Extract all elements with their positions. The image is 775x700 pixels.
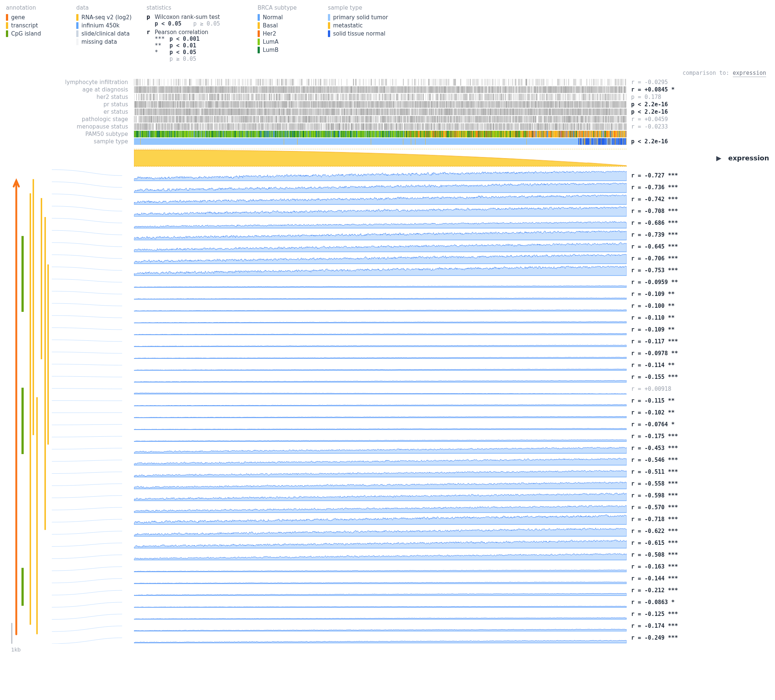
- legend-item: RNA-seq v2 (log2): [76, 13, 132, 22]
- stat-p-label: Wilcoxon rank-sum test: [155, 14, 220, 20]
- row-stat: r = -0.0295: [629, 78, 714, 86]
- row-track: [134, 359, 627, 371]
- connector-line: [52, 484, 122, 485]
- row-track: [134, 537, 627, 549]
- row-track: [134, 513, 627, 525]
- legend-label: infinium 450k: [81, 22, 120, 29]
- legend-label: slide/clinical data: [81, 30, 130, 37]
- row-track: [134, 502, 627, 513]
- row-track: [134, 549, 627, 561]
- row-stat: r = -0.645 ***: [629, 241, 714, 253]
- row-stat: r = -0.739 ***: [629, 229, 714, 241]
- row-stat: r = -0.109 **: [629, 324, 714, 335]
- legend-data: data RNA-seq v2 (log2)infinium 450kslide…: [76, 5, 132, 62]
- row-track: [134, 93, 627, 101]
- row-stat: r = -0.511 ***: [629, 466, 714, 478]
- row-stat: r = -0.546 ***: [629, 454, 714, 466]
- legend-label: primary solid tumor: [333, 14, 388, 21]
- row-track: [134, 253, 627, 265]
- legend-title: statistics: [146, 5, 243, 11]
- cpg-island: [22, 568, 24, 605]
- legend-swatch: [76, 30, 78, 37]
- legend-item: missing data: [76, 38, 132, 46]
- connector-line: [52, 315, 122, 318]
- connector-line: [52, 519, 122, 522]
- row-stat: p = 0.178: [629, 93, 714, 101]
- legend-swatch: [258, 22, 260, 29]
- row-stat: r = -0.0959 **: [629, 276, 714, 288]
- row-track: [134, 383, 627, 395]
- row-stat: r = -0.570 ***: [629, 502, 714, 513]
- connector-line: [52, 543, 122, 546]
- cpg-island: [22, 388, 24, 454]
- row-stat: r = -0.708 ***: [629, 205, 714, 217]
- row-stat: p < 2.2e-16: [629, 108, 714, 115]
- row-track: [134, 395, 627, 407]
- connector-line: [52, 531, 122, 535]
- row-stat: r = -0.0863 *: [629, 596, 714, 608]
- row-track: [134, 130, 627, 138]
- row-stat: [629, 149, 714, 167]
- legend-swatch: [258, 47, 260, 53]
- row-stat: r = -0.249 ***: [629, 632, 714, 644]
- connector-line: [52, 194, 122, 199]
- legend-swatch: [258, 14, 260, 21]
- transcript-track: [33, 179, 34, 435]
- connector-line: [52, 448, 122, 449]
- row-track: [134, 585, 627, 596]
- legend-swatch: [6, 30, 8, 37]
- row-stat: r = -0.102 **: [629, 407, 714, 418]
- connector-line: [52, 578, 122, 583]
- row-track: [134, 300, 627, 312]
- row-stat: r = -0.0233: [629, 123, 714, 130]
- row-stat: r = -0.0978 **: [629, 347, 714, 359]
- connector-line: [52, 303, 122, 306]
- row-track: [134, 108, 627, 115]
- row-track: [134, 101, 627, 108]
- legend-swatch: [258, 30, 260, 37]
- connector-line: [52, 555, 122, 558]
- connector-line: [52, 436, 122, 437]
- connector-line: [52, 255, 122, 258]
- legend-item: LumA: [258, 38, 313, 46]
- legend-annotation: annotation genetranscriptCpG island: [6, 5, 62, 62]
- row-track: [134, 182, 627, 193]
- row-track: [134, 115, 627, 123]
- transcript-track: [36, 397, 38, 634]
- row-stat: r = -0.125 ***: [629, 608, 714, 620]
- row-track: [134, 193, 627, 205]
- legend-label: LumA: [263, 38, 278, 45]
- row-track: [134, 276, 627, 288]
- row-stat: r = -0.615 ***: [629, 537, 714, 549]
- row-track: [134, 312, 627, 324]
- row-stat: r = -0.144 ***: [629, 573, 714, 585]
- legend-label: metastatic: [333, 22, 363, 29]
- legend-label: Normal: [263, 14, 283, 21]
- row-track: [134, 217, 627, 229]
- legend-item: primary solid tumor: [328, 13, 388, 22]
- row-stat: r = -0.727 ***: [629, 170, 714, 182]
- comparison-target[interactable]: expression: [733, 70, 766, 77]
- connector-line: [52, 170, 122, 175]
- row-track: [134, 371, 627, 383]
- row-track: [134, 418, 627, 430]
- legend-swatch: [6, 22, 8, 29]
- row-track: [134, 138, 627, 145]
- row-stat: p < 2.2e-16: [629, 101, 714, 108]
- connector-line: [52, 495, 122, 498]
- legend-statistics: statistics pWilcoxon rank-sum test p < 0…: [146, 5, 243, 62]
- transcript-track: [30, 193, 31, 625]
- connector-line: [52, 626, 122, 632]
- row-stat: r = -0.558 ***: [629, 478, 714, 490]
- row-track: [134, 620, 627, 632]
- row-stat: r = -0.718 ***: [629, 513, 714, 525]
- transcript-track: [41, 198, 42, 359]
- legend-label: LumB: [263, 47, 279, 53]
- play-icon[interactable]: ▶: [716, 154, 721, 162]
- cpg-island: [22, 236, 24, 312]
- row-track: [134, 466, 627, 478]
- row-stat: r = -0.110 **: [629, 312, 714, 324]
- row-track: [134, 442, 627, 454]
- legend-item: transcript: [6, 22, 62, 30]
- legend-swatch: [328, 30, 330, 37]
